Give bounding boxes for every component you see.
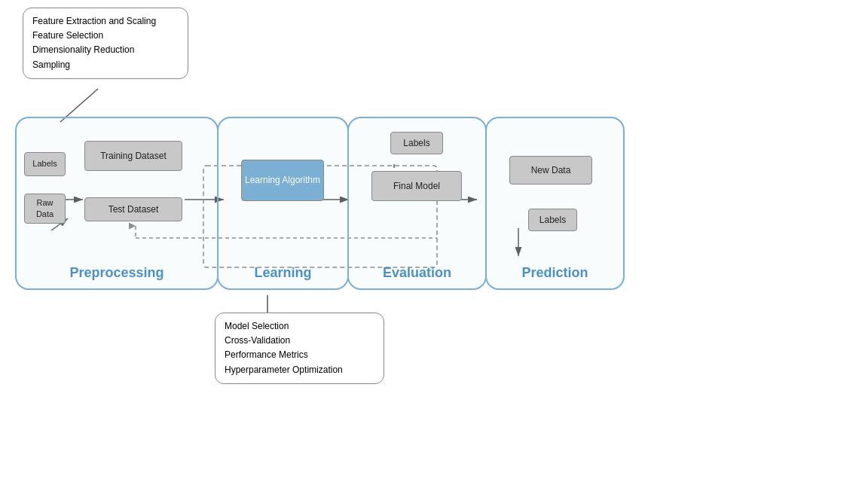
- box-raw-data: Raw Data: [24, 194, 66, 224]
- phase-evaluation: Evaluation Labels Final Model: [347, 117, 487, 290]
- phase-preprocessing-label: Preprocessing: [17, 265, 217, 281]
- phase-evaluation-label: Evaluation: [349, 265, 485, 281]
- box-new-data: New Data: [509, 156, 592, 185]
- callout-bottom-line2: Cross-Validation: [225, 334, 374, 348]
- callout-top-line1: Feature Extraction and Scaling: [32, 14, 179, 29]
- phase-learning: Learning Learning Algorithm: [217, 117, 349, 290]
- box-learning-algorithm: Learning Algorithm: [241, 160, 324, 201]
- callout-top-line2: Feature Selection: [32, 29, 179, 43]
- box-final-model: Final Model: [371, 171, 462, 201]
- callout-bottom-line3: Performance Metrics: [225, 348, 374, 362]
- callout-top-line4: Sampling: [32, 58, 179, 72]
- box-pred-labels: Labels: [528, 209, 577, 231]
- callout-top-line3: Dimensionality Reduction: [32, 43, 179, 57]
- box-eval-labels: Labels: [390, 132, 443, 154]
- phase-learning-label: Learning: [219, 265, 347, 281]
- box-training-dataset: Training Dataset: [84, 141, 182, 171]
- callout-bottom-line4: Hyperparameter Optimization: [225, 363, 374, 377]
- box-labels-input: Labels: [24, 152, 66, 176]
- callout-bottom: Model Selection Cross-Validation Perform…: [215, 313, 384, 384]
- phases-row: Preprocessing Labels Raw Data Training D…: [15, 117, 625, 290]
- phase-prediction-label: Prediction: [487, 265, 623, 281]
- callout-bottom-line1: Model Selection: [225, 319, 374, 334]
- box-test-dataset: Test Dataset: [84, 197, 182, 221]
- phase-prediction: Prediction New Data Labels: [485, 117, 625, 290]
- diagram-container: Feature Extraction and Scaling Feature S…: [0, 0, 868, 488]
- callout-top: Feature Extraction and Scaling Feature S…: [23, 8, 188, 79]
- phase-preprocessing: Preprocessing Labels Raw Data Training D…: [15, 117, 219, 290]
